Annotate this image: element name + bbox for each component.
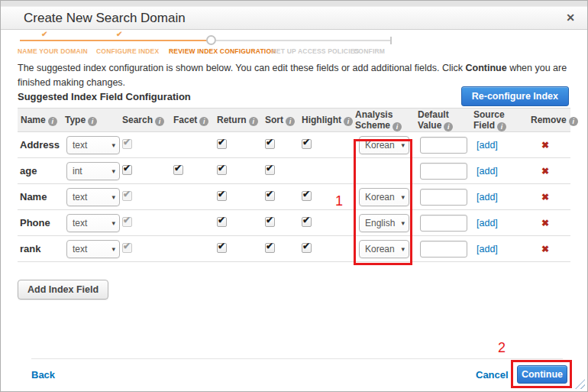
index-fields-table: Namei Typei Searchi Faceti Returni Sorti… <box>18 108 570 262</box>
table-row-address: Address text▾ ✔ ✔ ✔ ✔ Korean▾ [add] ✖ <box>18 132 570 158</box>
step-name-your-domain: NAME YOUR DOMAIN <box>18 47 88 55</box>
type-select[interactable]: text▾ <box>66 240 120 258</box>
check-icon: ✔ <box>218 241 225 251</box>
info-icon[interactable]: i <box>569 117 578 126</box>
source-field-add-link[interactable]: [add] <box>473 192 498 202</box>
default-value-input[interactable] <box>420 241 467 258</box>
step-configure-index: CONFIGURE INDEX <box>96 47 159 55</box>
chevron-down-icon: ▾ <box>401 219 405 227</box>
add-index-field-button[interactable]: Add Index Field <box>18 280 108 300</box>
search-checkbox[interactable]: ✔ <box>122 165 132 175</box>
info-icon[interactable]: i <box>444 122 453 131</box>
type-select[interactable]: int▾ <box>66 162 120 180</box>
return-checkbox[interactable]: ✔ <box>217 243 227 253</box>
table-row-rank: rank text▾ ✔ ✔ ✔ ✔ Korean▾ [add] ✖ <box>18 236 570 262</box>
facet-checkbox[interactable]: ✔ <box>173 165 183 175</box>
info-icon[interactable]: i <box>497 122 506 131</box>
close-icon[interactable]: ✕ <box>566 7 575 29</box>
dialog-titlebar: Create New Search Domain ✕ <box>1 7 587 30</box>
type-select[interactable]: text▾ <box>66 214 120 232</box>
search-checkbox[interactable]: ✔ <box>122 191 132 201</box>
col-header-type: Typei <box>62 115 119 126</box>
source-field-add-link[interactable]: [add] <box>473 244 498 254</box>
check-icon: ✔ <box>218 163 225 173</box>
chevron-down-icon: ▾ <box>401 141 405 149</box>
sort-checkbox[interactable]: ✔ <box>265 217 275 227</box>
source-field-add-link[interactable]: [add] <box>473 218 498 228</box>
sort-checkbox[interactable]: ✔ <box>265 191 275 201</box>
back-link[interactable]: Back <box>31 369 55 381</box>
sort-checkbox[interactable]: ✔ <box>265 165 275 175</box>
step-confirm: CONFIRM <box>354 47 385 55</box>
info-icon[interactable]: i <box>155 117 164 126</box>
cancel-link[interactable]: Cancel <box>476 369 509 381</box>
chevron-down-icon: ▾ <box>111 219 115 227</box>
remove-icon[interactable]: ✖ <box>531 218 570 228</box>
check-icon: ✔ <box>123 215 131 225</box>
return-checkbox[interactable]: ✔ <box>217 139 227 149</box>
default-value-input[interactable] <box>420 137 467 154</box>
resize-grip-icon[interactable] <box>575 379 585 389</box>
check-icon: ✔ <box>123 137 131 147</box>
step-complete-check-icon: ✔ <box>41 30 47 38</box>
continue-button[interactable]: Continue <box>517 365 567 384</box>
remove-icon[interactable]: ✖ <box>531 192 570 202</box>
sort-checkbox[interactable]: ✔ <box>265 243 275 253</box>
highlight-checkbox[interactable]: ✔ <box>302 217 312 227</box>
return-checkbox[interactable]: ✔ <box>217 165 227 175</box>
chevron-down-icon: ▾ <box>111 193 115 201</box>
info-icon[interactable]: i <box>199 117 208 126</box>
col-header-remove: Removei <box>528 115 570 126</box>
chevron-down-icon: ▾ <box>111 167 115 175</box>
progress-current-step-circle <box>206 35 216 45</box>
col-header-highlight: Highlighti <box>299 115 352 126</box>
info-icon[interactable]: i <box>48 117 57 126</box>
return-checkbox[interactable]: ✔ <box>217 217 227 227</box>
type-select[interactable]: text▾ <box>66 136 120 154</box>
check-icon: ✔ <box>266 189 273 199</box>
analysis-scheme-select[interactable]: Korean▾ <box>359 240 409 258</box>
type-select[interactable]: text▾ <box>66 188 120 206</box>
footer-divider <box>31 358 563 359</box>
chevron-down-icon: ▾ <box>111 141 115 149</box>
check-icon: ✔ <box>218 215 225 225</box>
default-value-input[interactable] <box>420 189 467 206</box>
default-value-input[interactable] <box>420 215 467 232</box>
analysis-scheme-select[interactable]: English▾ <box>359 214 409 232</box>
progress-line-upcoming <box>216 40 391 41</box>
field-name: Phone <box>18 217 62 228</box>
col-header-default-value: Default Valuei <box>415 109 470 131</box>
info-icon[interactable]: i <box>286 117 295 126</box>
dialog-top-strip <box>1 1 587 7</box>
source-field-add-link[interactable]: [add] <box>473 140 498 151</box>
sort-checkbox[interactable]: ✔ <box>265 139 275 149</box>
remove-icon[interactable]: ✖ <box>531 166 570 177</box>
annotation-number-1: 1 <box>335 193 343 209</box>
source-field-add-link[interactable]: [add] <box>473 166 498 177</box>
search-checkbox[interactable]: ✔ <box>122 217 132 227</box>
info-icon[interactable]: i <box>393 122 402 131</box>
highlight-checkbox[interactable]: ✔ <box>302 191 312 201</box>
step-set-up-access-policies: SET UP ACCESS POLICIES <box>272 47 359 55</box>
info-icon[interactable]: i <box>249 117 258 126</box>
highlight-checkbox[interactable]: ✔ <box>302 243 312 253</box>
check-icon: ✔ <box>266 137 273 147</box>
check-icon: ✔ <box>218 189 225 199</box>
search-checkbox[interactable]: ✔ <box>122 243 132 253</box>
col-header-source-field: Source Fieldi <box>470 109 528 131</box>
reconfigure-index-button[interactable]: Re-configure Index <box>461 86 569 106</box>
check-icon: ✔ <box>266 215 273 225</box>
analysis-scheme-select[interactable]: Korean▾ <box>359 188 409 206</box>
return-checkbox[interactable]: ✔ <box>217 191 227 201</box>
info-icon[interactable]: i <box>88 117 97 126</box>
analysis-scheme-select[interactable]: Korean▾ <box>359 136 409 154</box>
search-checkbox[interactable]: ✔ <box>122 139 132 149</box>
default-value-input[interactable] <box>420 163 467 180</box>
annotation-number-2: 2 <box>498 340 506 356</box>
chevron-down-icon: ▾ <box>401 193 405 201</box>
remove-icon[interactable]: ✖ <box>531 140 570 151</box>
check-icon: ✔ <box>123 163 131 173</box>
table-row-phone: Phone text▾ ✔ ✔ ✔ ✔ English▾ [add] ✖ <box>18 210 570 236</box>
highlight-checkbox[interactable]: ✔ <box>302 139 312 149</box>
remove-icon[interactable]: ✖ <box>531 244 570 254</box>
